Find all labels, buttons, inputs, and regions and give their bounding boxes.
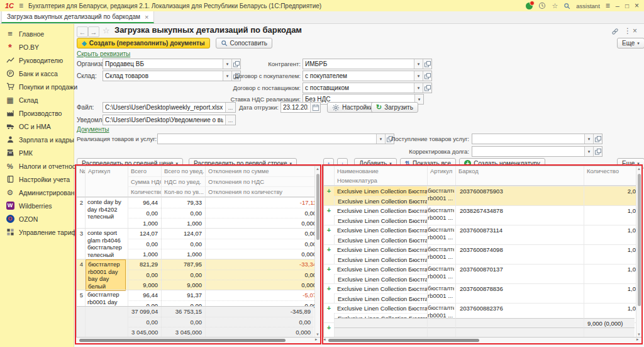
add-row-plus-icon[interactable]: + [324, 284, 334, 293]
supplier-contract-input[interactable] [303, 83, 414, 93]
receipt-doc-open-icon[interactable] [593, 134, 602, 144]
right-table-vscrollbar[interactable]: ▲ ▼ [636, 166, 641, 337]
documents-section-link[interactable]: Документы [77, 126, 109, 133]
add-row-plus-icon[interactable]: + [324, 206, 334, 215]
sidebar-item-assets[interactable]: ОС и НМА [0, 120, 74, 133]
menu-lines-icon[interactable]: ≡ [606, 1, 610, 10]
sidebar-item-rmk[interactable]: РМК [0, 146, 74, 159]
sidebar-item-poby[interactable]: *PO.BY [0, 40, 74, 54]
buyer-contract-open-icon[interactable] [423, 71, 431, 81]
col-total-header[interactable]: Всего [128, 166, 161, 176]
file-browse-button[interactable]: ... [225, 103, 235, 112]
col-article-header[interactable]: Артикул [85, 166, 128, 176]
supplier-contract-dropdown-icon[interactable]: ▾ [414, 83, 423, 93]
counterparty-open-icon[interactable] [423, 59, 431, 69]
supplier-contract-open-icon[interactable] [423, 83, 431, 93]
sidebar-item-admin[interactable]: ⚙Администрирование [0, 186, 74, 199]
history-icon[interactable] [538, 2, 546, 9]
favorites-icon[interactable]: ☆ [552, 2, 558, 10]
cell-article[interactable]: бюстгалтер rb0001 ... [428, 207, 454, 222]
cell-article[interactable]: бюстгалтер rb0001 ... [428, 187, 454, 202]
add-row-plus-icon[interactable]: + [324, 265, 334, 274]
col-notified-header[interactable]: Кол-во по ув... [161, 186, 205, 196]
sidebar-item-ozon[interactable]: OOZON [0, 212, 74, 225]
org-field[interactable]: ▾ [103, 59, 241, 69]
left-table-vscrollbar[interactable]: ▲ ▼ [314, 166, 320, 337]
cell-article[interactable]: бюстгалтер rb0001 ... [428, 246, 454, 261]
add-row-plus-icon[interactable]: + [324, 304, 334, 313]
table-row[interactable]: +Exclusive Linen Collection Бюстгальтер … [324, 244, 641, 264]
sidebar-item-purchases[interactable]: Покупки и продажи [0, 80, 74, 93]
cell-article[interactable]: бюстгалтер rb0001 ... [428, 304, 454, 319]
link-icon[interactable] [611, 28, 619, 37]
sidebar-item-accounting[interactable]: Настройки учета [0, 173, 74, 186]
load-button[interactable]: ↻ Загрузить [371, 102, 418, 113]
add-row-plus-icon[interactable]: + [324, 225, 334, 235]
col-article-header[interactable] [85, 176, 128, 186]
notice-input[interactable] [103, 115, 225, 125]
sales-doc-dropdown-icon[interactable]: ▾ [376, 134, 385, 144]
col-notified-header[interactable]: НДС по увед. [161, 176, 205, 186]
tab-close-icon[interactable]: × [145, 13, 148, 21]
receipt-doc-dropdown-icon[interactable]: ▾ [584, 134, 593, 144]
table-row[interactable]: +Exclusive Linen Collection Бюстгальтер … [324, 205, 641, 225]
col-deviation-header[interactable]: Отклонения по количеству [205, 186, 319, 196]
close-button[interactable]: × [635, 1, 639, 10]
debt-doc-open-icon[interactable] [593, 147, 602, 156]
col-deviation-header[interactable]: Отклонения по сумме [205, 166, 319, 176]
col-article-header[interactable]: Артикул [427, 166, 455, 176]
org-input[interactable] [103, 59, 223, 69]
counterparty-field[interactable]: ▾ [303, 59, 432, 69]
col-total-header[interactable]: Количество [128, 186, 161, 196]
debt-doc-field[interactable]: ▾ [472, 146, 602, 157]
back-button[interactable]: ← [77, 26, 88, 37]
user-name[interactable]: assistant [576, 3, 600, 9]
table-row[interactable]: +Exclusive Linen Collection Бюстгальтер … [324, 186, 641, 205]
counterparty-input[interactable] [303, 59, 414, 69]
col-article-header[interactable] [85, 186, 128, 196]
ship-date-field[interactable] [280, 102, 321, 113]
maximize-button[interactable]: □ [625, 3, 629, 9]
more-dots-icon[interactable]: ⋮ [624, 26, 631, 35]
sidebar-item-taxes[interactable]: %Налоги и отчетность [0, 159, 74, 173]
add-row-plus-icon[interactable]: + [324, 186, 334, 196]
table-row[interactable]: +Exclusive Linen Collection Бюстгальтер … [324, 225, 641, 244]
debt-doc-dropdown-icon[interactable]: ▾ [584, 147, 593, 156]
sidebar-item-warehouse[interactable]: ▦Склад [0, 93, 74, 106]
col-article-header[interactable] [427, 176, 455, 185]
forward-button[interactable]: → [88, 26, 99, 37]
col-barcode-header[interactable] [455, 176, 584, 185]
discussions-icon[interactable] [526, 3, 533, 9]
sidebar-item-home[interactable]: ≡Главное [0, 27, 74, 40]
ship-date-input[interactable] [281, 103, 310, 112]
sales-doc-field[interactable]: ▾ [157, 134, 394, 144]
create-documents-button[interactable]: ◆ Создать (перезаполнить) документы [77, 38, 210, 48]
sidebar-item-production[interactable]: Производство [0, 106, 74, 120]
settings-button[interactable]: Настройки [327, 102, 378, 113]
col-qty-header[interactable] [584, 176, 641, 185]
minimize-button[interactable]: – [616, 2, 619, 9]
cell-article[interactable]: бюстгалтер rb0001 ... [428, 285, 454, 300]
col-name-header[interactable]: Номенклатура [334, 176, 427, 185]
add-row-plus-icon[interactable]: + [324, 245, 334, 254]
table-row[interactable]: 296,4479,33-17,110,000,000,001,0001,0000… [77, 197, 319, 228]
cell-article[interactable]: бюстгалтер rb0001 day bay day белый [86, 259, 126, 291]
buyer-contract-field[interactable]: ▾ [303, 71, 432, 81]
sales-doc-input[interactable] [158, 134, 376, 144]
cell-article[interactable]: бюстгалтер rb0001 ... [428, 226, 454, 241]
tab-active[interactable]: Загрузка выкупных детализаций по баркода… [1, 11, 154, 23]
col-notified-header[interactable]: Всего по увед. [161, 166, 205, 176]
col-deviation-header[interactable]: Отклонения по НДС [205, 176, 319, 186]
sidebar-item-manager[interactable]: Руководителю [0, 54, 74, 67]
compare-button[interactable]: Сопоставить [216, 38, 272, 48]
supplier-contract-field[interactable]: ▾ [303, 82, 432, 93]
sidebar-item-wildberries[interactable]: WWildberries [0, 199, 74, 212]
cell-article[interactable]: conte day by day rb4202 телесный [86, 198, 126, 221]
col-total-header[interactable]: Сумма НДС [128, 176, 161, 186]
cell-article[interactable]: бюстгалтер rb0001 ... [428, 265, 454, 280]
table-row[interactable]: 4821,29787,95-33,340,000,000,009,0009,00… [77, 259, 319, 290]
col-name-header[interactable]: Наименование [334, 166, 427, 176]
receipt-doc-input[interactable] [472, 134, 584, 144]
warehouse-input[interactable] [103, 71, 223, 81]
main-menu-icon[interactable]: ≡ [19, 1, 23, 10]
